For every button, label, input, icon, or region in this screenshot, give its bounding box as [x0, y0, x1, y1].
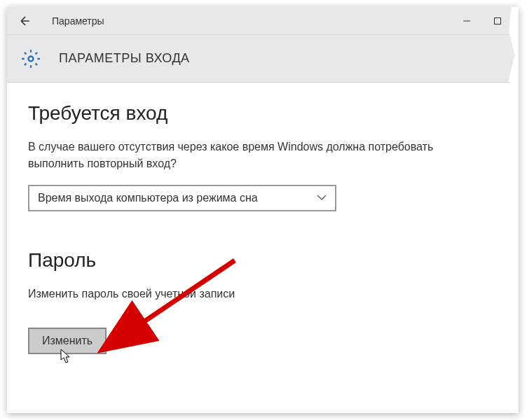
- maximize-button[interactable]: [482, 7, 513, 35]
- svg-point-2: [29, 56, 34, 61]
- password-section: Пароль Изменить пароль своей учетной зап…: [28, 249, 498, 354]
- page-title: ПАРАМЕТРЫ ВХОДА: [59, 51, 190, 66]
- password-section-title: Пароль: [28, 249, 498, 272]
- dropdown-value: Время выхода компьютера из режима сна: [38, 192, 258, 204]
- password-section-description: Изменить пароль своей учетной записи: [28, 286, 463, 302]
- back-button[interactable]: [13, 8, 38, 34]
- svg-rect-1: [495, 18, 501, 24]
- signin-timeout-dropdown[interactable]: Время выхода компьютера из режима сна: [28, 185, 336, 211]
- minimize-button[interactable]: [451, 7, 482, 35]
- settings-window: Параметры ПАРАМЕТРЫ ВХОДА Требуется вход…: [7, 7, 519, 413]
- maximize-icon: [493, 17, 502, 25]
- content-area: Требуется вход В случае вашего отсутстви…: [7, 83, 519, 374]
- signin-section-title: Требуется вход: [28, 102, 498, 125]
- chevron-down-icon: [317, 193, 327, 203]
- titlebar: Параметры: [7, 7, 519, 35]
- window-title: Параметры: [52, 15, 451, 27]
- change-password-button[interactable]: Изменить: [28, 328, 107, 354]
- window-controls: [451, 7, 513, 35]
- gear-icon: [21, 49, 41, 69]
- page-header: ПАРАМЕТРЫ ВХОДА: [7, 35, 519, 83]
- torn-bottom-edge: [7, 400, 519, 413]
- minimize-icon: [463, 17, 471, 25]
- signin-section-description: В случае вашего отсутствия через какое в…: [28, 139, 463, 172]
- back-arrow-icon: [18, 14, 32, 28]
